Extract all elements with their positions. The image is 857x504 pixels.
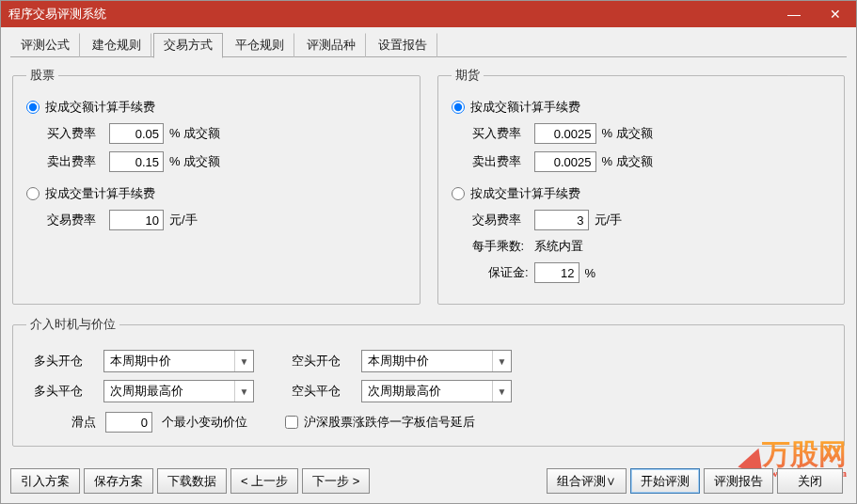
futures-trade-rate-unit: 元/手 bbox=[595, 212, 623, 228]
tab-trade-method[interactable]: 交易方式 bbox=[153, 33, 223, 58]
futures-legend: 期货 bbox=[452, 67, 484, 84]
futures-buy-rate-label: 买入费率 bbox=[472, 125, 529, 142]
stocks-by-amount-input[interactable] bbox=[26, 101, 40, 114]
long-open-select[interactable]: 本周期中价 ▼ bbox=[103, 350, 254, 372]
window-title: 程序交易评测系统 bbox=[8, 6, 106, 23]
long-open-label: 多头开仓 bbox=[34, 353, 94, 370]
chevron-down-icon: ▼ bbox=[492, 381, 511, 402]
tab-build-rules[interactable]: 建仓规则 bbox=[82, 33, 151, 57]
stocks-by-amount-radio[interactable]: 按成交额计算手续费 bbox=[26, 99, 406, 116]
short-close-value: 次周期最高价 bbox=[368, 383, 441, 400]
futures-trade-rate-input[interactable] bbox=[534, 210, 589, 230]
stocks-sell-rate-label: 卖出费率 bbox=[47, 153, 103, 170]
bottom-bar: 引入方案 保存方案 下载数据 < 上一步 下一步 > 组合评测∨ 开始评测 评测… bbox=[10, 468, 847, 494]
prev-step-button[interactable]: < 上一步 bbox=[230, 468, 298, 494]
timing-legend: 介入时机与价位 bbox=[26, 316, 119, 333]
tab-close-rules[interactable]: 平仓规则 bbox=[225, 33, 294, 57]
delay-checkbox-label: 沪深股票涨跌停一字板信号延后 bbox=[304, 414, 475, 431]
close-button[interactable]: ✕ bbox=[815, 1, 856, 27]
futures-buy-rate-unit: % 成交额 bbox=[602, 125, 653, 142]
futures-by-volume-radio[interactable]: 按成交量计算手续费 bbox=[452, 185, 832, 202]
futures-sell-rate-unit: % 成交额 bbox=[602, 153, 653, 170]
stocks-buy-rate-label: 买入费率 bbox=[47, 125, 103, 142]
stocks-group: 股票 按成交额计算手续费 买入费率 % 成交额 卖出费率 % 成交额 bbox=[12, 67, 421, 305]
futures-by-volume-label: 按成交量计算手续费 bbox=[470, 185, 580, 202]
save-button[interactable]: 保存方案 bbox=[84, 468, 153, 494]
short-open-select[interactable]: 本周期中价 ▼ bbox=[361, 350, 512, 372]
futures-by-amount-radio[interactable]: 按成交额计算手续费 bbox=[452, 99, 832, 116]
next-step-button[interactable]: 下一步 > bbox=[302, 468, 370, 494]
futures-buy-rate-input[interactable] bbox=[534, 123, 596, 144]
futures-sell-rate-input[interactable] bbox=[534, 151, 596, 172]
futures-sell-rate-label: 卖出费率 bbox=[472, 153, 529, 170]
download-button[interactable]: 下载数据 bbox=[157, 468, 227, 494]
futures-margin-input[interactable] bbox=[534, 262, 579, 283]
short-close-label: 空头平仓 bbox=[292, 383, 352, 400]
chevron-down-icon: ▼ bbox=[234, 381, 253, 402]
slippage-input[interactable] bbox=[105, 412, 152, 433]
slippage-unit: 个最小变动价位 bbox=[162, 414, 247, 431]
long-close-value: 次周期最高价 bbox=[110, 383, 183, 400]
combo-evaluate-button[interactable]: 组合评测∨ bbox=[547, 468, 627, 494]
stocks-trade-rate-input[interactable] bbox=[109, 210, 164, 230]
tab-evaluate-formula[interactable]: 评测公式 bbox=[10, 33, 80, 57]
futures-multiplier-value: 系统内置 bbox=[534, 238, 583, 255]
tab-setup-report[interactable]: 设置报告 bbox=[368, 33, 437, 57]
futures-by-amount-label: 按成交额计算手续费 bbox=[470, 99, 580, 116]
futures-margin-unit: % bbox=[585, 266, 596, 280]
stocks-trade-rate-label: 交易费率 bbox=[47, 212, 103, 228]
stocks-by-volume-radio[interactable]: 按成交量计算手续费 bbox=[26, 185, 406, 202]
title-bar: 程序交易评测系统 — ✕ bbox=[1, 1, 856, 27]
tab-strip: 评测公式 建仓规则 交易方式 平仓规则 评测品种 设置报告 bbox=[1, 27, 856, 57]
futures-by-amount-input[interactable] bbox=[452, 101, 465, 114]
tab-evaluate-products[interactable]: 评测品种 bbox=[296, 33, 366, 57]
timing-group: 介入时机与价位 多头开仓 本周期中价 ▼ 空头开仓 本周期中价 ▼ 多头平仓 次… bbox=[12, 316, 845, 447]
start-evaluate-button[interactable]: 开始评测 bbox=[630, 468, 700, 494]
futures-margin-label: 保证金: bbox=[472, 264, 529, 281]
short-close-select[interactable]: 次周期最高价 ▼ bbox=[361, 380, 512, 402]
stocks-buy-rate-input[interactable] bbox=[109, 123, 164, 144]
chevron-down-icon: ▼ bbox=[234, 351, 253, 371]
stocks-by-volume-label: 按成交量计算手续费 bbox=[45, 185, 155, 202]
window-controls: — ✕ bbox=[773, 1, 856, 27]
main-window: 程序交易评测系统 — ✕ 评测公式 建仓规则 交易方式 平仓规则 评测品种 设置… bbox=[0, 0, 857, 504]
import-button[interactable]: 引入方案 bbox=[10, 468, 80, 494]
futures-trade-rate-label: 交易费率 bbox=[472, 212, 529, 228]
stocks-by-amount-label: 按成交额计算手续费 bbox=[45, 99, 155, 116]
short-open-label: 空头开仓 bbox=[292, 353, 352, 370]
stocks-trade-rate-unit: 元/手 bbox=[169, 212, 198, 228]
stocks-sell-rate-input[interactable] bbox=[109, 151, 164, 172]
close-dialog-button[interactable]: 关闭 bbox=[777, 468, 843, 494]
stocks-buy-rate-unit: % 成交额 bbox=[169, 125, 220, 142]
futures-by-volume-input[interactable] bbox=[452, 187, 465, 200]
delay-checkbox[interactable]: 沪深股票涨跌停一字板信号延后 bbox=[285, 414, 475, 431]
delay-checkbox-input[interactable] bbox=[285, 416, 298, 429]
chevron-down-icon: ▼ bbox=[492, 351, 511, 371]
short-open-value: 本周期中价 bbox=[368, 353, 429, 370]
stocks-by-volume-input[interactable] bbox=[26, 187, 40, 200]
evaluate-report-button[interactable]: 评测报告 bbox=[704, 468, 773, 494]
stocks-legend: 股票 bbox=[26, 67, 58, 84]
stocks-sell-rate-unit: % 成交额 bbox=[169, 153, 220, 170]
long-close-select[interactable]: 次周期最高价 ▼ bbox=[103, 380, 254, 402]
long-close-label: 多头平仓 bbox=[34, 383, 94, 400]
futures-group: 期货 按成交额计算手续费 买入费率 % 成交额 卖出费率 % 成交额 bbox=[437, 67, 846, 305]
futures-multiplier-label: 每手乘数: bbox=[472, 238, 529, 255]
tab-content: 股票 按成交额计算手续费 买入费率 % 成交额 卖出费率 % 成交额 bbox=[1, 57, 856, 456]
slippage-label: 滑点 bbox=[71, 414, 96, 431]
minimize-button[interactable]: — bbox=[773, 1, 815, 27]
long-open-value: 本周期中价 bbox=[110, 353, 171, 370]
